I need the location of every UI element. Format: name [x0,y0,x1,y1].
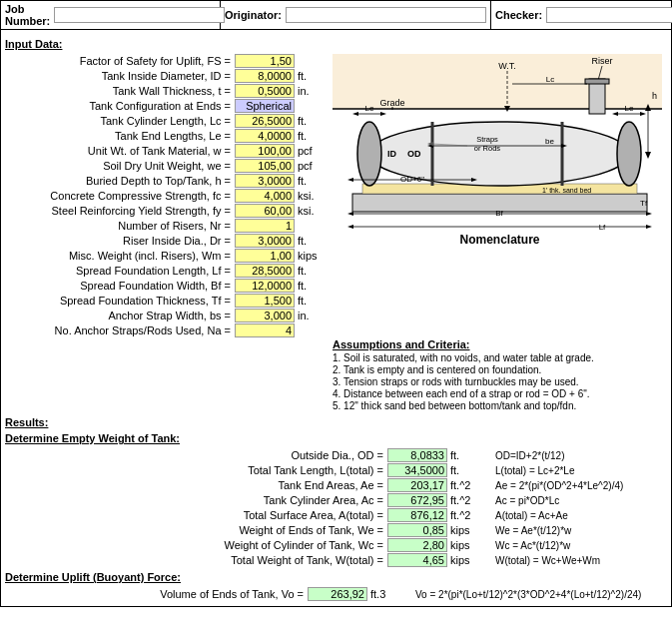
input-section-title: Input Data: [5,38,667,50]
input-row-17: Anchor Strap Width, bs =in. [5,309,325,322]
result-value-4[interactable] [387,508,447,522]
result-value-2[interactable] [387,478,447,492]
input-value-4[interactable] [235,114,295,128]
riser-label: Riser [591,56,612,66]
originator-input[interactable] [286,7,486,23]
input-value-10[interactable] [235,204,295,218]
input-value-12[interactable] [235,234,295,248]
input-row-3: Tank Configuration at Ends = [5,99,325,113]
input-row-14: Spread Foundation Length, Lf =ft. [5,264,325,278]
result-value-3[interactable] [387,493,447,507]
input-row-0: Factor of Safety for Uplift, FS = [5,54,325,68]
input-value-11[interactable] [235,219,295,233]
result-formula-1: L(total) = Lc+2*Le [487,465,667,476]
svg-point-16 [617,122,641,186]
result-row-0: Outside Dia., OD =ft.OD=ID+2*(t/12) [5,448,667,462]
svg-point-15 [357,122,381,186]
result-formula-4: A(total) = Ac+Ae [487,510,667,521]
input-label-9: Concrete Compressive Strength, fc = [5,190,235,202]
result-formula-0: OD=ID+2*(t/12) [487,450,667,461]
result-unit-4: ft.^2 [447,509,487,521]
input-value-1[interactable] [235,69,295,83]
input-value-14[interactable] [235,264,295,278]
input-unit-17: in. [295,310,325,321]
od-label: OD [407,149,421,159]
assumption-item-2: 3. Tension straps or rods with turnbuckl… [333,376,667,387]
result-row-7: Total Weight of Tank, W(total) =kipsW(to… [5,553,667,567]
buoyant-title: Determine Uplift (Buoyant) Force: [5,571,667,583]
svg-marker-21 [380,112,386,116]
input-row-8: Buried Depth to Top/Tank, h =ft. [5,174,325,188]
result-unit-5: kips [447,524,487,536]
result-value-7[interactable] [387,553,447,567]
input-label-0: Factor of Safety for Uplift, FS = [5,55,235,67]
input-value-8[interactable] [235,174,295,188]
determine-empty-title: Determine Empty Weight of Tank: [5,432,667,444]
svg-marker-39 [646,225,652,229]
input-row-7: Soil Dry Unit Weight, we =pcf [5,159,325,173]
originator-cell: Originator: [221,1,491,29]
job-number-label: Job Number: [5,3,50,27]
svg-marker-23 [612,112,618,116]
input-unit-16: ft. [295,295,325,307]
input-unit-6: pcf [295,145,325,157]
results-section: Results: Determine Empty Weight of Tank:… [5,416,667,567]
input-row-18: No. Anchor Straps/Rods Used, Na = [5,323,325,337]
results-title: Results: [5,416,667,428]
input-value-17[interactable] [235,309,295,322]
result-row-6: Weight of Cylinder of Tank, Wc =kipsWc =… [5,538,667,552]
checker-label: Checker: [495,9,542,21]
result-label-5: Weight of Ends of Tank, We = [158,524,387,536]
result-row-3: Tank Cylinder Area, Ac =ft.^2Ac = pi*OD*… [5,493,667,507]
input-row-1: Tank Inside Diameter, ID =ft. [5,69,325,83]
assumption-item-1: 2. Tank is empty and is centered on foun… [333,364,667,375]
diagram-area: Grade W.T. Riser h [325,54,667,338]
result-value-6[interactable] [387,538,447,552]
bottom-section: Assumptions and Criteria: 1. Soil is sat… [5,338,667,412]
job-number-input[interactable] [54,7,225,23]
assumptions-area: Assumptions and Criteria: 1. Soil is sat… [325,338,667,412]
result-formula-7: W(total) = Wc+We+Wm [487,555,667,566]
result-label-3: Tank Cylinder Area, Ac = [158,494,387,506]
input-value-3[interactable] [235,99,295,113]
input-value-7[interactable] [235,159,295,173]
svg-text:or Rods: or Rods [474,144,501,153]
svg-marker-35 [347,212,353,216]
input-value-0[interactable] [235,54,295,68]
input-value-13[interactable] [235,249,295,263]
input-unit-7: pcf [295,160,325,172]
result-value-1[interactable] [387,463,447,477]
be-label: be [545,137,554,146]
input-label-11: Number of Risers, Nr = [5,220,235,232]
input-value-9[interactable] [235,189,295,203]
input-value-18[interactable] [235,323,295,337]
input-label-1: Tank Inside Diameter, ID = [5,70,235,82]
buoyant-value-0[interactable] [308,587,367,601]
input-row-9: Concrete Compressive Strength, fc =ksi. [5,189,325,203]
result-label-0: Outside Dia., OD = [158,449,387,461]
main-container: Input Data: Factor of Safety for Uplift,… [0,29,672,607]
assumptions-title: Assumptions and Criteria: [333,338,667,350]
input-label-7: Soil Dry Unit Weight, we = [5,160,235,172]
result-value-5[interactable] [387,523,447,537]
result-label-6: Weight of Cylinder of Tank, Wc = [158,539,387,551]
svg-marker-38 [347,225,353,229]
bf-label: Bf [495,209,503,218]
input-label-14: Spread Foundation Length, Lf = [5,265,235,277]
result-formula-6: Wc = Ac*(t/12)*w [487,540,667,551]
input-unit-2: in. [295,85,325,97]
input-value-2[interactable] [235,84,295,98]
input-unit-12: ft. [295,235,325,247]
input-value-6[interactable] [235,144,295,158]
nomenclature-label: Nomenclature [333,233,667,247]
input-row-5: Tank End Lengths, Le =ft. [5,129,325,143]
result-value-0[interactable] [387,448,447,462]
input-label-12: Riser Inside Dia., Dr = [5,235,235,247]
input-value-16[interactable] [235,294,295,308]
input-unit-15: ft. [295,280,325,292]
input-value-5[interactable] [235,129,295,143]
result-formula-5: We = Ae*(t/12)*w [487,525,667,536]
input-value-15[interactable] [235,279,295,293]
checker-input[interactable] [546,7,672,23]
buoyant-formula-0: Vo = 2*(pi*(Lo+t/12)^2*(3*OD^2+4*(Lo+t/1… [407,589,667,600]
